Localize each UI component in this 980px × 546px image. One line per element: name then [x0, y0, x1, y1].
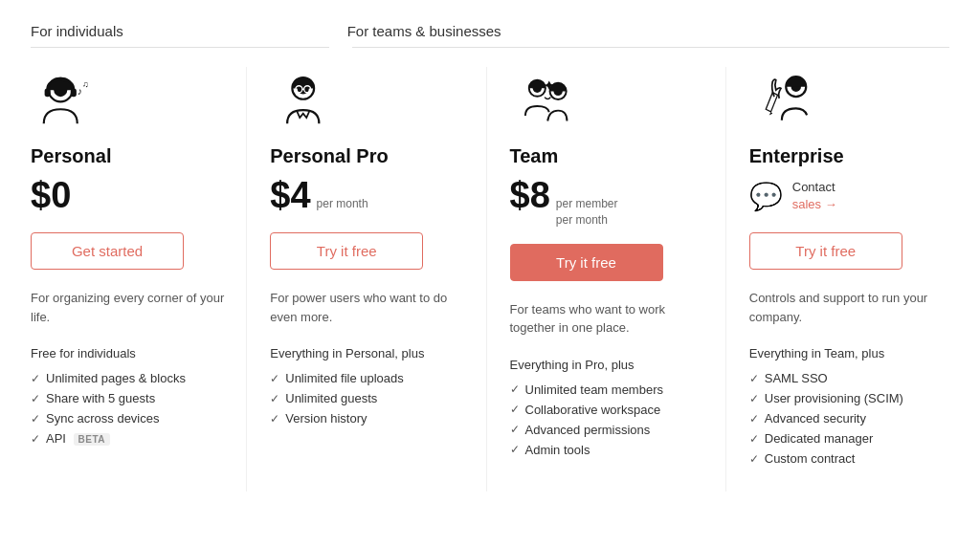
check-icon: ✓ [749, 412, 759, 426]
check-icon: ✓ [749, 452, 759, 466]
personal-pro-tagline: For power users who want to do even more… [270, 289, 470, 331]
pricing-page: For individuals For teams & businesses [31, 23, 949, 491]
feature-text: Unlimited team members [525, 382, 664, 397]
check-icon: ✓ [510, 382, 520, 396]
team-features-header: Everything in Pro, plus [510, 358, 710, 372]
feature-text: Unlimited file uploads [285, 371, 404, 385]
feature-text: User provisioning (SCIM) [765, 391, 903, 405]
personal-pro-price-row: $4 per month [270, 175, 470, 217]
feature-text: Dedicated manager [765, 431, 873, 446]
team-price: $8 [510, 175, 550, 216]
personal-price-row: $0 [31, 175, 231, 217]
dividers [31, 47, 949, 48]
plan-personal: ♪ ♫ Personal $0 Get started For organizi… [31, 67, 247, 491]
enterprise-contact: 💬 Contactsales → [749, 179, 837, 213]
team-cta-button[interactable]: Try it free [510, 244, 663, 281]
personal-plan-name: Personal [31, 145, 231, 167]
sections-header: For individuals For teams & businesses [31, 23, 949, 39]
chat-icon: 💬 [749, 181, 783, 212]
feature-text: Sync across devices [46, 411, 160, 426]
team-price-row: $8 per member per month [510, 175, 710, 229]
check-icon: ✓ [270, 372, 279, 385]
feature-text: SAML SSO [765, 371, 828, 385]
list-item: ✓API BETA [31, 428, 231, 448]
personal-pro-icon [270, 67, 346, 134]
svg-text:♫: ♫ [82, 78, 89, 88]
divider-right [352, 47, 949, 48]
check-icon: ✓ [749, 372, 759, 385]
check-icon: ✓ [510, 423, 520, 436]
divider-left [31, 47, 329, 48]
team-plan-name: Team [510, 145, 710, 167]
list-item: ✓Version history [270, 408, 470, 428]
teams-section-label: For teams & businesses [332, 23, 949, 39]
check-icon: ✓ [749, 432, 759, 446]
enterprise-icon [749, 67, 826, 134]
list-item: ✓Dedicated manager [749, 428, 949, 448]
personal-pro-price-detail: per month [317, 196, 368, 212]
feature-text: Advanced permissions [525, 423, 651, 437]
enterprise-plan-name: Enterprise [749, 145, 949, 167]
list-item: ✓Unlimited pages & blocks [31, 368, 231, 388]
feature-text: Version history [285, 411, 367, 426]
contact-text: Contactsales → [792, 179, 837, 213]
check-icon: ✓ [510, 403, 520, 416]
enterprise-features-list: ✓SAML SSO ✓User provisioning (SCIM) ✓Adv… [749, 368, 949, 469]
list-item: ✓Unlimited guests [270, 388, 470, 408]
list-item: ✓Unlimited team members [510, 380, 710, 400]
team-features-list: ✓Unlimited team members ✓Collaborative w… [510, 380, 710, 460]
team-icon [510, 67, 587, 134]
personal-icon: ♪ ♫ [31, 67, 107, 134]
list-item: ✓Share with 5 guests [31, 388, 231, 408]
list-item: ✓Advanced permissions [510, 420, 710, 440]
check-icon: ✓ [31, 372, 40, 385]
feature-text: Admin tools [525, 443, 590, 457]
personal-features-header: Free for individuals [31, 346, 231, 360]
list-item: ✓SAML SSO [749, 368, 949, 388]
individuals-section-label: For individuals [31, 23, 332, 39]
personal-pro-price: $4 [270, 175, 310, 216]
svg-rect-3 [71, 88, 77, 97]
personal-pro-features-header: Everything in Personal, plus [270, 346, 470, 360]
svg-rect-2 [45, 88, 51, 97]
enterprise-features-header: Everything in Team, plus [749, 346, 949, 360]
beta-badge: BETA [74, 433, 110, 446]
check-icon: ✓ [510, 443, 520, 456]
check-icon: ✓ [270, 392, 279, 405]
personal-cta-button[interactable]: Get started [31, 232, 184, 270]
personal-pro-plan-name: Personal Pro [270, 145, 470, 167]
feature-text: Unlimited pages & blocks [46, 371, 186, 385]
check-icon: ✓ [31, 412, 40, 426]
check-icon: ✓ [270, 412, 279, 426]
enterprise-tagline: Controls and support to run your company… [749, 289, 949, 331]
list-item: ✓Sync across devices [31, 408, 231, 428]
plans-container: ♪ ♫ Personal $0 Get started For organizi… [31, 67, 949, 491]
team-price-detail: per member per month [556, 196, 618, 229]
list-item: ✓User provisioning (SCIM) [749, 388, 949, 408]
personal-pro-features-list: ✓Unlimited file uploads ✓Unlimited guest… [270, 368, 470, 428]
team-tagline: For teams who want to work together in o… [510, 300, 710, 342]
personal-features-list: ✓Unlimited pages & blocks ✓Share with 5 … [31, 368, 231, 448]
check-icon: ✓ [749, 392, 759, 405]
list-item: ✓Custom contract [749, 448, 949, 469]
list-item: ✓Advanced security [749, 408, 949, 428]
plan-enterprise: Enterprise 💬 Contactsales → Try it free … [726, 67, 949, 491]
enterprise-price-row: 💬 Contactsales → [749, 175, 949, 217]
feature-text: API BETA [46, 431, 110, 446]
sales-link[interactable]: sales → [792, 197, 837, 211]
personal-tagline: For organizing every corner of your life… [31, 289, 231, 331]
feature-text: Unlimited guests [285, 391, 377, 405]
check-icon: ✓ [31, 432, 40, 446]
personal-price: $0 [31, 175, 71, 216]
feature-text: Collaborative workspace [525, 403, 661, 417]
personal-pro-cta-button[interactable]: Try it free [270, 232, 423, 270]
list-item: ✓Collaborative workspace [510, 400, 710, 420]
plan-personal-pro: Personal Pro $4 per month Try it free Fo… [247, 67, 486, 491]
feature-text: Advanced security [765, 411, 866, 426]
check-icon: ✓ [31, 392, 40, 405]
enterprise-cta-button[interactable]: Try it free [749, 232, 902, 270]
feature-text: Share with 5 guests [46, 391, 155, 405]
list-item: ✓Admin tools [510, 440, 710, 460]
feature-text: Custom contract [765, 451, 856, 466]
list-item: ✓Unlimited file uploads [270, 368, 470, 388]
